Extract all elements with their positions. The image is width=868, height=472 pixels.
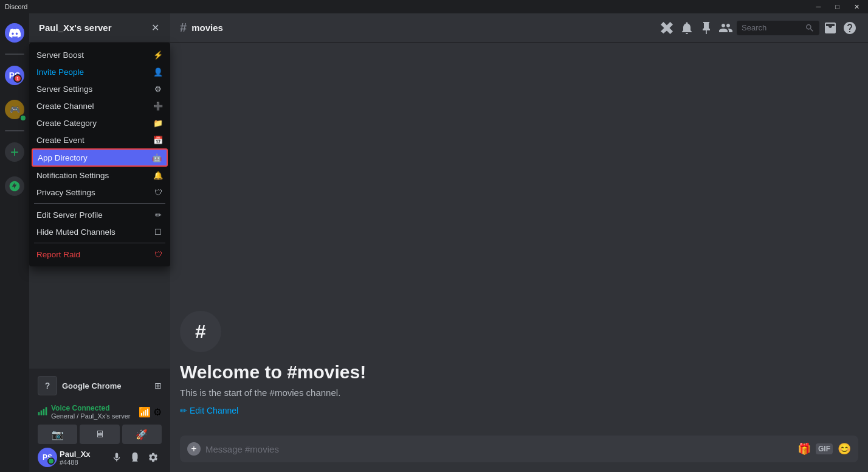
menu-hide-muted-channels-label: Hide Muted Channels <box>36 227 115 237</box>
message-input-area: + 🎁 GIF 😊 <box>170 436 868 472</box>
menu-hide-muted-channels[interactable]: Hide Muted Channels ☐ <box>29 223 170 240</box>
welcome-description: This is the start of the #movies channel… <box>180 387 858 398</box>
menu-invite-people-label: Invite People <box>36 68 84 77</box>
menu-create-category[interactable]: Create Category 📁 <box>29 114 170 131</box>
voice-settings-icon[interactable]: ⚙ <box>153 406 162 418</box>
title-bar-controls: ─ □ ✕ <box>813 2 863 12</box>
rpc-app-name: Google Chrome <box>62 381 122 390</box>
channel-welcome-icon: # <box>180 311 221 352</box>
menu-edit-server-profile[interactable]: Edit Server Profile ✏ <box>29 206 170 223</box>
server-separator-2 <box>5 130 24 131</box>
menu-privacy-settings-label: Privacy Settings <box>36 188 95 197</box>
discord-logo-icon <box>5 23 24 43</box>
voice-location-label: General / Paul_Xx's server <box>51 412 135 420</box>
server-online-badge <box>19 114 27 122</box>
message-text-input[interactable] <box>205 444 793 454</box>
maximize-button[interactable]: □ <box>832 2 843 12</box>
rpc-action-icon: ⊞ <box>154 381 162 390</box>
welcome-title: Welcome to #movies! <box>180 362 858 383</box>
voice-bars-icon <box>38 406 47 418</box>
gift-icon[interactable]: 🎁 <box>797 442 811 456</box>
rpc-app-icon: ? <box>38 376 57 395</box>
channel-hash-icon: # <box>180 21 187 35</box>
user-settings-button[interactable] <box>145 449 162 466</box>
activity-button[interactable]: 🚀 <box>122 425 162 444</box>
server-brown-icon[interactable]: 🎮 <box>0 95 29 124</box>
notification-bell-icon[interactable] <box>678 19 695 36</box>
voice-text-info: Voice Connected General / Paul_Xx's serv… <box>51 404 135 420</box>
menu-notification-settings[interactable]: Notification Settings 🔔 <box>29 167 170 184</box>
user-controls: PS Paul_Xx #4488 <box>34 448 165 467</box>
discord-home-button[interactable] <box>0 18 29 47</box>
user-avatar[interactable]: PS <box>38 448 57 467</box>
search-icon <box>805 23 815 33</box>
menu-privacy-settings[interactable]: Privacy Settings 🛡 <box>29 184 170 201</box>
menu-divider-2 <box>34 243 165 243</box>
svg-rect-3 <box>46 407 47 415</box>
edit-server-profile-icon: ✏ <box>153 210 163 220</box>
deafen-button[interactable] <box>126 449 143 466</box>
voice-disconnect-icon[interactable]: 📶 <box>139 406 151 418</box>
inbox-icon[interactable] <box>822 19 839 36</box>
menu-app-directory[interactable]: App Directory 🤖 <box>32 148 168 167</box>
message-attach-button[interactable]: + <box>187 442 201 456</box>
menu-report-raid[interactable]: Report Raid 🛡 <box>29 246 170 263</box>
emoji-icon[interactable]: 😊 <box>838 442 851 456</box>
server-brown-avatar: 🎮 <box>5 100 24 119</box>
help-icon[interactable] <box>841 19 858 36</box>
rpc-activity-item[interactable]: ? Google Chrome ⊞ <box>34 373 165 398</box>
hide-muted-channels-icon: ☐ <box>153 227 163 237</box>
user-discriminator: #4488 <box>60 459 106 466</box>
server-settings-icon: ⚙ <box>153 84 163 94</box>
title-bar-app-name: Discord <box>5 3 27 10</box>
channel-title: # movies <box>180 21 223 35</box>
mute-button[interactable] <box>108 449 125 466</box>
menu-app-directory-label: App Directory <box>38 153 88 162</box>
menu-create-category-label: Create Category <box>36 119 97 128</box>
user-action-icon-row <box>108 449 162 466</box>
edit-channel-pencil-icon: ✏ <box>180 406 187 415</box>
invite-people-icon: 👤 <box>153 67 163 77</box>
menu-server-settings[interactable]: Server Settings ⚙ <box>29 80 170 97</box>
menu-invite-people[interactable]: Invite People 👤 <box>29 63 170 80</box>
add-server-button[interactable]: + <box>0 137 29 167</box>
close-button[interactable]: ✕ <box>850 2 863 12</box>
search-input[interactable] <box>742 23 802 32</box>
welcome-section: # Welcome to #movies! This is the start … <box>170 311 868 426</box>
svg-rect-1 <box>41 410 43 415</box>
app-directory-icon: 🤖 <box>152 153 162 162</box>
menu-server-boost[interactable]: Server Boost ⚡ <box>29 46 170 63</box>
explore-servers-button[interactable] <box>0 172 29 201</box>
svg-rect-2 <box>43 409 45 415</box>
minimize-button[interactable]: ─ <box>813 2 825 12</box>
top-bar: # movies <box>170 13 868 43</box>
app-layout: PS 1 🎮 + Paul_Xx's <box>0 13 868 472</box>
user-online-badge <box>47 457 55 465</box>
create-event-icon: 📅 <box>153 135 163 145</box>
pinned-messages-icon[interactable] <box>698 19 715 36</box>
voice-action-controls: 📶 ⚙ <box>139 406 162 418</box>
menu-create-channel-label: Create Channel <box>36 102 94 111</box>
menu-create-channel[interactable]: Create Channel ➕ <box>29 97 170 114</box>
message-action-icons: 🎁 GIF 😊 <box>797 442 851 456</box>
server-ps-icon[interactable]: PS 1 <box>0 61 29 90</box>
server-separator <box>5 54 24 55</box>
search-bar[interactable] <box>737 21 819 35</box>
menu-create-event-label: Create Event <box>36 136 84 145</box>
main-content: # movies <box>170 13 868 472</box>
screen-share-button[interactable]: 🖥 <box>80 425 119 444</box>
menu-create-event[interactable]: Create Event 📅 <box>29 131 170 148</box>
edit-channel-link[interactable]: ✏ Edit Channel <box>180 406 238 415</box>
menu-report-raid-label: Report Raid <box>36 250 80 259</box>
menu-divider <box>34 203 165 204</box>
gif-icon[interactable]: GIF <box>816 443 833 454</box>
server-name-header[interactable]: Paul_Xx's server ✕ <box>29 13 170 43</box>
server-notification-badge: 1 <box>13 74 22 83</box>
server-header-close-button[interactable]: ✕ <box>150 23 160 33</box>
threads-icon[interactable] <box>659 19 676 36</box>
edit-channel-link-label: Edit Channel <box>190 406 238 415</box>
camera-button[interactable]: 📷 <box>38 425 77 444</box>
menu-edit-server-profile-label: Edit Server Profile <box>36 210 103 220</box>
member-list-icon[interactable] <box>717 19 734 36</box>
server-sidebar: PS 1 🎮 + <box>0 13 29 472</box>
